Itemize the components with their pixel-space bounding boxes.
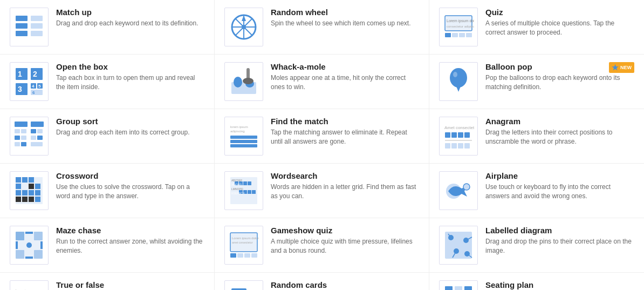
- activity-icon-find-the-match: lorem ipsum adipiscing: [224, 117, 263, 156]
- svg-text:1: 1: [18, 70, 22, 78]
- svg-rect-0: [16, 16, 28, 21]
- svg-text:6: 6: [32, 90, 35, 95]
- activity-icon-whack-a-mole: [224, 62, 263, 101]
- activity-item-balloon-pop[interactable]: Balloon pop Pop the balloons to drop eac…: [429, 55, 644, 109]
- svg-rect-50: [15, 142, 20, 146]
- svg-rect-62: [464, 132, 470, 138]
- svg-rect-107: [252, 190, 256, 194]
- svg-rect-49: [37, 136, 43, 140]
- svg-rect-1: [16, 23, 28, 29]
- svg-rect-41: [31, 122, 44, 127]
- activity-desc-anagram: Drag the letters into their correct posi…: [485, 128, 634, 146]
- activity-item-wordsearch[interactable]: ABCDEF XWORD LMNOPQ RSEARCH Wordsearch W…: [215, 164, 429, 218]
- svg-rect-80: [22, 197, 28, 202]
- svg-rect-134: [40, 241, 43, 249]
- svg-rect-162: [464, 286, 472, 290]
- activity-desc-group-sort: Drag and drop each item into its correct…: [56, 128, 204, 137]
- activity-title-seating-plan: Seating plan: [485, 280, 634, 289]
- activity-desc-wordsearch: Words are hidden in a letter grid. Find …: [271, 183, 419, 201]
- activity-desc-match-up: Drag and drop each keyword next to its d…: [56, 19, 204, 28]
- activity-item-open-the-box[interactable]: 1 2 3 4 5 6 Open the box Tap each box in…: [0, 55, 215, 109]
- svg-rect-93: [243, 181, 247, 185]
- svg-text:2: 2: [33, 70, 37, 78]
- activity-item-random-cards[interactable]: lorem Random cards Deal out cards at ran…: [215, 273, 429, 290]
- activity-item-airplane[interactable]: Airplane Use touch or keyboard to fly in…: [429, 164, 644, 218]
- activity-text-airplane: Airplane Use touch or keyboard to fly in…: [485, 171, 634, 201]
- new-badge-balloon-pop: ★ NEW: [609, 62, 634, 73]
- activity-desc-open-the-box: Tap each box in turn to open them up and…: [56, 73, 204, 92]
- activity-item-anagram[interactable]: Amet consectetur Anagram Drag the letter…: [429, 109, 644, 164]
- svg-rect-81: [29, 197, 34, 202]
- svg-text:Lorem ipsum dolor sit amet: Lorem ipsum dolor sit amet: [447, 19, 474, 23]
- svg-rect-73: [16, 190, 21, 195]
- svg-text:amet consectetur: amet consectetur: [232, 241, 253, 244]
- activity-item-crossword[interactable]: Crossword Use the clues to solve the cro…: [0, 164, 215, 218]
- svg-rect-66: [458, 143, 463, 149]
- svg-rect-19: [466, 33, 472, 37]
- activity-icon-match-up: [10, 8, 49, 46]
- svg-rect-59: [445, 132, 450, 138]
- svg-point-125: [463, 184, 470, 190]
- svg-text:LMNOPQ: LMNOPQ: [231, 187, 243, 191]
- activity-icon-wordsearch: ABCDEF XWORD LMNOPQ RSEARCH: [224, 171, 263, 210]
- svg-rect-72: [16, 184, 21, 189]
- svg-rect-74: [22, 190, 28, 195]
- activity-item-labelled-diagram[interactable]: Labelled diagram Drag and drop the pins …: [429, 218, 644, 273]
- activity-item-maze-chase[interactable]: Maze chase Run to the correct answer zon…: [0, 218, 215, 273]
- svg-rect-18: [459, 33, 465, 37]
- svg-rect-5: [31, 31, 43, 36]
- activity-text-true-or-false: True or false Items fly by at speed. See…: [56, 280, 204, 290]
- activity-item-group-sort[interactable]: Group sort Drag and drop each item into …: [0, 109, 215, 164]
- svg-point-36: [243, 78, 254, 84]
- activity-desc-random-wheel: Spin the wheel to see which item comes u…: [271, 19, 419, 28]
- activity-title-gameshow-quiz: Gameshow quiz: [271, 226, 419, 235]
- activity-title-labelled-diagram: Labelled diagram: [485, 226, 634, 235]
- activity-text-anagram: Anagram Drag the letters into their corr…: [485, 117, 634, 146]
- activity-text-crossword: Crossword Use the clues to solve the cro…: [56, 171, 204, 201]
- activity-item-quiz[interactable]: Lorem ipsum dolor sit amet consectetur a…: [429, 0, 644, 55]
- activity-item-gameshow-quiz[interactable]: Lorem ipsum dolor sit amet consectetur G…: [215, 218, 429, 273]
- svg-rect-44: [31, 129, 36, 133]
- activity-text-find-the-match: Find the match Tap the matching answer t…: [271, 117, 419, 146]
- activity-icon-random-cards: lorem: [224, 280, 263, 290]
- svg-marker-38: [456, 86, 461, 92]
- activity-text-random-wheel: Random wheel Spin the wheel to see which…: [271, 8, 419, 28]
- svg-rect-56: [230, 140, 257, 143]
- svg-rect-2: [16, 31, 28, 36]
- activity-title-maze-chase: Maze chase: [56, 226, 204, 235]
- activity-icon-maze-chase: [10, 226, 49, 265]
- activity-item-true-or-false[interactable]: lorem ipsum True or false Items fly by a…: [0, 273, 215, 290]
- svg-rect-128: [34, 232, 43, 240]
- activity-item-match-up[interactable]: Match up Drag and drop each keyword next…: [0, 0, 215, 55]
- svg-rect-141: [244, 253, 250, 258]
- activity-text-seating-plan: Seating plan Drag to arrange seats, rand…: [485, 280, 634, 290]
- svg-rect-13: [445, 16, 472, 31]
- svg-text:5: 5: [38, 84, 41, 89]
- activity-title-match-up: Match up: [56, 8, 204, 17]
- activity-icon-seating-plan: [439, 280, 478, 290]
- activity-item-seating-plan[interactable]: Seating plan Drag to arrange seats, rand…: [429, 273, 644, 290]
- activity-item-find-the-match[interactable]: lorem ipsum adipiscing Find the match Ta…: [215, 109, 429, 164]
- activity-desc-whack-a-mole: Moles appear one at a time, hit only the…: [271, 73, 419, 92]
- svg-point-33: [234, 77, 242, 87]
- svg-rect-131: [25, 232, 33, 234]
- svg-rect-161: [455, 286, 462, 290]
- activity-icon-balloon-pop: [439, 62, 478, 101]
- activities-grid: Match up Drag and drop each keyword next…: [0, 0, 644, 290]
- svg-rect-52: [31, 142, 43, 146]
- svg-rect-133: [16, 241, 18, 249]
- svg-rect-78: [29, 184, 34, 189]
- svg-rect-130: [34, 250, 43, 259]
- activity-desc-airplane: Use touch or keyboard to fly into the co…: [485, 183, 634, 201]
- svg-text:XWORD: XWORD: [231, 183, 242, 186]
- activity-item-whack-a-mole[interactable]: Whack-a-mole Moles appear one at a time,…: [215, 55, 429, 109]
- svg-rect-57: [230, 144, 257, 147]
- activity-text-group-sort: Group sort Drag and drop each item into …: [56, 117, 204, 137]
- activity-title-anagram: Anagram: [485, 117, 634, 126]
- svg-rect-70: [22, 177, 28, 183]
- activity-title-quiz: Quiz: [485, 8, 634, 17]
- activity-item-random-wheel[interactable]: Random wheel Spin the wheel to see which…: [215, 0, 429, 55]
- activity-title-find-the-match: Find the match: [271, 117, 419, 126]
- svg-rect-76: [35, 190, 40, 195]
- activity-desc-quiz: A series of multiple choice questions. T…: [485, 19, 634, 37]
